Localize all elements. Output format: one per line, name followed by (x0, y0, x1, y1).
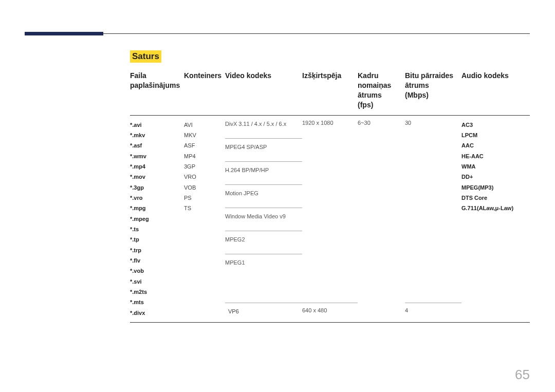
ext-item: *.flv (130, 255, 181, 266)
acodec-item: AAC (461, 140, 527, 151)
col-fps-label: Kadru nomaiņas ātrums (358, 71, 391, 99)
ext-item: *.mts (130, 297, 181, 307)
container-item: ASF (184, 140, 222, 151)
ext-item: *.vob (130, 266, 181, 276)
table-row: *.avi *.mkv *.asf *.wmv *.mp4 *.mov *.3g… (130, 115, 530, 303)
ext-item: *.m2ts (130, 287, 181, 297)
page-number: 65 (515, 367, 530, 383)
ext-item: *.wmv (130, 151, 181, 161)
col-fps-unit: (fps) (358, 100, 405, 110)
container-item: TS (184, 203, 222, 213)
ext-item: *.3gp (130, 182, 181, 193)
ext-item: *.tp (130, 234, 181, 245)
acodec-item: AC3 (461, 120, 527, 130)
acodec-item: MPEG(MP3) (461, 182, 527, 193)
vcodec-item: MPEG1 (225, 254, 302, 277)
col-fps: Kadru nomaiņas ātrums (fps) (358, 71, 405, 115)
table-header-row: Faila paplašinājums Konteiners Video kod… (130, 71, 530, 115)
col-bitrate-label: Bitu pārraides ātrums (405, 71, 453, 89)
header-rule (103, 33, 530, 34)
ext-item: *.trp (130, 245, 181, 255)
container-item: MP4 (184, 151, 222, 161)
vcodec-item: MPEG2 (225, 231, 302, 254)
ext-item: *.mpg (130, 203, 181, 213)
ext-item: *.mp4 (130, 161, 181, 172)
col-vcodec: Video kodeks (225, 71, 302, 115)
col-resolution: Izšķirtspēja (302, 71, 358, 115)
ext-item: *.avi (130, 120, 181, 130)
container-item: VOB (184, 182, 222, 193)
container-item: PS (184, 193, 222, 203)
cell-vcodec-vp6: VP6 (225, 303, 302, 322)
vcodec-item: Window Media Video v9 (225, 208, 302, 231)
col-bitrate: Bitu pārraides ātrums (Mbps) (405, 71, 461, 115)
cell-containers: AVI MKV ASF MP4 3GP VRO VOB PS TS (184, 115, 225, 323)
ext-item: *.mkv (130, 130, 181, 140)
ext-item: *.divx (130, 308, 181, 318)
acodec-item: DTS Core (461, 193, 527, 203)
container-item: VRO (184, 172, 222, 182)
col-ext: Faila paplašinājums (130, 71, 184, 115)
codec-table: Faila paplašinājums Konteiners Video kod… (130, 71, 530, 323)
acodec-item: LPCM (461, 130, 527, 140)
col-bitrate-unit: (Mbps) (405, 90, 461, 100)
cell-extensions: *.avi *.mkv *.asf *.wmv *.mp4 *.mov *.3g… (130, 115, 184, 323)
cell-resolution: 1920 x 1080 (302, 115, 358, 303)
cell-acodecs: AC3 LPCM AAC HE-AAC WMA DD+ MPEG(MP3) DT… (461, 115, 530, 323)
vcodec-item: Motion JPEG (225, 184, 302, 208)
acodec-list: AC3 LPCM AAC HE-AAC WMA DD+ MPEG(MP3) DT… (461, 120, 527, 214)
acodec-item: HE-AAC (461, 151, 527, 161)
ext-item: *.svi (130, 276, 181, 287)
ext-item: *.mov (130, 172, 181, 182)
cell-mbps-vp6: 4 (405, 303, 461, 322)
container-item: MKV (184, 130, 222, 140)
container-item: 3GP (184, 161, 222, 172)
container-item: AVI (184, 120, 222, 130)
cell-vcodecs: DivX 3.11 / 4.x / 5.x / 6.x MPEG4 SP/ASP… (225, 115, 302, 303)
ext-list: *.avi *.mkv *.asf *.wmv *.mp4 *.mov *.3g… (130, 120, 181, 319)
header-accent-bar (25, 32, 103, 35)
section-title: Saturs (130, 50, 161, 63)
vcodec-item: MPEG4 SP/ASP (225, 138, 302, 161)
cell-fps: 6~30 (358, 115, 405, 323)
ext-item: *.ts (130, 224, 181, 234)
cell-mbps: 30 (405, 115, 461, 303)
ext-item: *.asf (130, 140, 181, 151)
acodec-item: G.711(ALaw,μ-Law) (461, 203, 527, 213)
acodec-item: WMA (461, 161, 527, 172)
vcodec-item: DivX 3.11 / 4.x / 5.x / 6.x (225, 116, 302, 139)
col-acodec: Audio kodeks (461, 71, 530, 115)
acodec-item: DD+ (461, 172, 527, 182)
container-list: AVI MKV ASF MP4 3GP VRO VOB PS TS (184, 120, 222, 214)
col-container: Konteiners (184, 71, 225, 115)
vcodec-item: H.264 BP/MP/HP (225, 161, 302, 184)
ext-item: *.mpeg (130, 214, 181, 224)
ext-item: *.vro (130, 193, 181, 203)
cell-resolution-vp6: 640 x 480 (302, 303, 358, 322)
